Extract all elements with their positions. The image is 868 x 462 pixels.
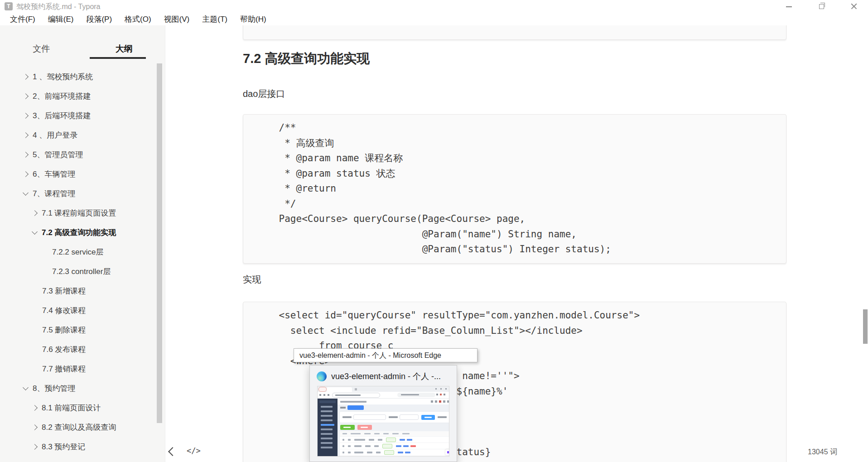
sidebar-tabs: 文件 大纲 [0, 40, 165, 58]
minimize-icon [786, 6, 792, 7]
thumb-link [398, 452, 403, 453]
menu-view[interactable]: 视图(V) [158, 14, 196, 24]
outline-item-7-5[interactable]: 7.5 删除课程 [0, 320, 157, 340]
outline-item-label: 7.4 修改课程 [42, 305, 86, 316]
outline-item-label: 2、前端环境搭建 [33, 91, 91, 101]
thumb-menu-item [321, 406, 333, 408]
outline-item-8[interactable]: 8、预约管理 [0, 379, 157, 398]
menu-format[interactable]: 格式(O) [118, 14, 158, 24]
outline-item-1[interactable]: 1 、驾校预约系统 [0, 67, 157, 87]
thumb-col [374, 433, 380, 434]
section-heading[interactable]: 7.2 高级查询功能实现 [243, 50, 370, 68]
code-text: /** * 高级查询 * @param name 课程名称 * @param s… [243, 115, 786, 263]
thumb-input [353, 414, 386, 420]
taskbar-preview-card[interactable]: vue3-element-admin - 个人 -... [309, 365, 457, 462]
main-scrollbar[interactable] [863, 309, 868, 344]
sidebar-collapse-icon[interactable] [168, 447, 177, 456]
restore-button[interactable] [811, 0, 832, 13]
outline-item-7-2-2[interactable]: 7.2.2 service层 [0, 242, 157, 262]
chevron-right-icon [23, 113, 29, 119]
thumb-cell [369, 439, 374, 441]
thumb-cell [354, 445, 362, 447]
close-button[interactable] [844, 0, 864, 13]
thumb-admin-sidebar [318, 399, 338, 457]
typora-app-icon: T [5, 2, 13, 10]
thumb-table-row [340, 436, 449, 443]
menu-theme[interactable]: 主题(T) [196, 14, 234, 24]
code-block-dao[interactable]: /** * 高级查询 * @param name 课程名称 * @param s… [243, 114, 786, 264]
thumb-col [342, 433, 347, 434]
outline-item-label: 7.3 新增课程 [42, 286, 86, 296]
outline-item-label: 8.1 前端页面设计 [42, 403, 101, 413]
thumb-form-label [342, 416, 352, 418]
thumb-form-label [389, 416, 398, 418]
thumb-cell [354, 452, 363, 453]
outline-item-4[interactable]: 4 、用户登录 [0, 125, 157, 145]
outline-item-7-2-active[interactable]: 7.2 高级查询功能实现 [0, 223, 157, 242]
thumb-tab-strip [318, 386, 449, 392]
thumb-status-badge [382, 444, 392, 448]
thumb-link [405, 452, 410, 453]
outline-item-8-3[interactable]: 8.3 预约登记 [0, 437, 157, 457]
sidebar-scrollbar[interactable] [157, 63, 162, 423]
edge-icon [317, 371, 327, 381]
active-tab-underline [90, 57, 146, 59]
thumb-link [403, 445, 409, 447]
chevron-right-icon [32, 405, 38, 411]
outline-item-label: 7.2.2 service层 [52, 247, 103, 257]
paragraph-impl[interactable]: 实现 [243, 274, 261, 286]
outline-item-7-2-3[interactable]: 7.2.3 controller层 [0, 262, 157, 281]
outline-item-2[interactable]: 2、前端环境搭建 [0, 87, 157, 106]
outline-item-8-2[interactable]: 8.2 查询以及高级查询 [0, 418, 157, 437]
menu-help[interactable]: 帮助(H) [234, 14, 273, 24]
menu-file[interactable]: 文件(F) [4, 14, 42, 24]
thumb-search-pill [397, 393, 435, 397]
outline-item-label: 8.3 预约登记 [42, 442, 85, 452]
thumb-cell [367, 452, 372, 453]
thumb-menu-item [321, 410, 333, 412]
outline-item-7-6[interactable]: 7.6 发布课程 [0, 340, 157, 359]
outline-item-3[interactable]: 3、后端环境搭建 [0, 106, 157, 125]
source-code-mode-icon[interactable]: </> [187, 446, 201, 455]
thumb-active-tag [347, 405, 364, 410]
thumb-page-body [318, 399, 449, 457]
chevron-down-icon [23, 190, 29, 196]
outline-item-label: 4 、用户登录 [33, 130, 77, 140]
paragraph-dao[interactable]: dao层接口 [243, 88, 285, 100]
word-count: 13045 词 [784, 448, 837, 457]
thumb-profile-badge [318, 387, 327, 392]
outline-item-label: 7.2 高级查询功能实现 [42, 227, 116, 238]
outline-item-8-1[interactable]: 8.1 前端页面设计 [0, 398, 157, 418]
outline-item-label: 6、车辆管理 [33, 169, 75, 179]
menu-paragraph[interactable]: 段落(P) [80, 14, 118, 24]
thumb-admin-logo [319, 400, 336, 403]
chevron-right-icon [23, 152, 29, 158]
menu-edit[interactable]: 编辑(E) [42, 14, 80, 24]
thumb-reset-label [438, 416, 447, 418]
minimize-button[interactable] [778, 0, 799, 13]
outline-item-7-1[interactable]: 7.1 课程前端页面设置 [0, 203, 157, 223]
outline-item-7[interactable]: 7、课程管理 [0, 184, 157, 203]
thumb-status-badge [386, 438, 396, 442]
tab-files[interactable]: 文件 [0, 40, 83, 58]
outline-item-6[interactable]: 6、车辆管理 [0, 164, 157, 184]
thumb-cell [342, 439, 344, 441]
outline-item-7-3[interactable]: 7.3 新增课程 [0, 281, 157, 301]
outline-item-label: 7.2.3 controller层 [52, 266, 111, 277]
chevron-right-icon [23, 93, 29, 99]
outline-item-7-4[interactable]: 7.4 修改课程 [0, 301, 157, 320]
thumb-header-icons [431, 400, 449, 403]
tab-outline[interactable]: 大纲 [83, 40, 166, 58]
thumb-search-text [401, 394, 419, 395]
thumb-menu-item [321, 428, 333, 430]
thumb-add-button [340, 425, 355, 430]
thumb-search-form [340, 412, 449, 423]
thumb-action-buttons [338, 424, 449, 431]
outline-item-5[interactable]: 5、管理员管理 [0, 145, 157, 164]
thumb-table-header [340, 431, 449, 436]
outline-item-label: 3、后端环境搭建 [33, 111, 91, 121]
chevron-right-icon [23, 171, 29, 177]
title-bar[interactable]: T 驾校预约系统.md - Typora [0, 0, 868, 13]
outline-item-7-7[interactable]: 7.7 撤销课程 [0, 359, 157, 379]
outline-item-label: 1 、驾校预约系统 [33, 72, 93, 82]
